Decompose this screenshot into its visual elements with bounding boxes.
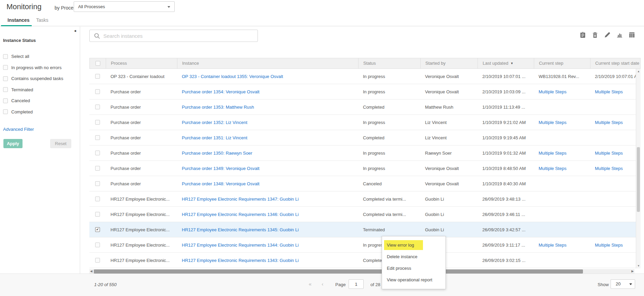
delete-trash-icon[interactable] [592, 32, 598, 38]
select-all-checkbox[interactable] [96, 61, 100, 66]
filter-checkbox[interactable] [3, 54, 8, 59]
column-header-instance[interactable]: Instance [177, 58, 358, 68]
multiple-steps-link[interactable]: Multiple Steps [595, 243, 623, 248]
table-row[interactable]: HR127 Employee Electronic...HR127 Employ… [89, 253, 641, 268]
filter-item-canceled[interactable]: Canceled [3, 98, 30, 103]
first-page-icon[interactable]: « [309, 281, 311, 287]
apply-button[interactable]: Apply [3, 139, 23, 148]
column-header-current-step[interactable]: Current step [534, 58, 590, 68]
scroll-down-icon[interactable]: ▼ [636, 264, 641, 267]
instance-link[interactable]: Purchase order 1352: Liz Vincent [182, 120, 247, 125]
instance-link[interactable]: HR127 Employee Electronic Requirements 1… [182, 197, 299, 202]
filter-item-select-all[interactable]: Select all [3, 54, 29, 59]
table-row[interactable]: Purchase orderPurchase order 1351: Liz V… [89, 130, 641, 145]
instance-link[interactable]: HR127 Employee Electronic Requirements 1… [182, 227, 299, 232]
multiple-steps-link[interactable]: Multiple Steps [539, 89, 567, 94]
filter-item-terminated[interactable]: Terminated [3, 87, 33, 92]
cell-process: HR127 Employee Electronic... [106, 243, 177, 248]
tab-bar: Instances Tasks [0, 15, 644, 26]
table-row[interactable]: HR127 Employee Electronic...HR127 Employ… [89, 207, 641, 222]
tab-tasks[interactable]: Tasks [36, 17, 48, 23]
instance-link[interactable]: HR127 Employee Electronic Requirements 1… [182, 212, 299, 217]
multiple-steps-link[interactable]: Multiple Steps [595, 151, 623, 156]
instance-link[interactable]: Purchase order 1350: Raewyn Soer [182, 151, 252, 156]
row-checkbox[interactable] [95, 166, 100, 171]
table-row[interactable]: Purchase orderPurchase order 1349: Veron… [89, 161, 641, 176]
instance-link[interactable]: Purchase order 1353: Matthew Rush [182, 105, 254, 110]
scroll-left-icon[interactable]: ◀ [90, 269, 92, 273]
search-input[interactable] [103, 30, 256, 42]
filter-checkbox[interactable] [3, 76, 8, 81]
table-row[interactable]: Purchase orderPurchase order 1352: Liz V… [89, 115, 641, 130]
report-bar-chart-icon[interactable] [616, 32, 623, 38]
instance-link[interactable]: Purchase order 1354: Veronique Osvalt [182, 89, 260, 94]
filter-item-in-progress-with-no-errors[interactable]: In progress with no errors [3, 65, 61, 70]
column-header-status[interactable]: Status [358, 58, 421, 68]
row-checkbox[interactable] [95, 120, 100, 125]
row-checkbox[interactable] [95, 105, 100, 109]
instance-link[interactable]: OP 323 - Container loadout 1355: Veroniq… [182, 74, 283, 79]
horizontal-scrollbar[interactable]: ◀ ▶ [89, 269, 634, 274]
horizontal-scrollbar-thumb[interactable] [94, 269, 583, 274]
multiple-steps-link[interactable]: Multiple Steps [539, 151, 567, 156]
multiple-steps-link[interactable]: Multiple Steps [595, 89, 623, 94]
row-checkbox[interactable] [95, 89, 100, 94]
vertical-scrollbar[interactable]: ▲ ▼ [636, 69, 641, 268]
process-filter-dropdown[interactable]: All Processes [74, 1, 175, 12]
table-row[interactable]: Purchase orderPurchase order 1354: Veron… [89, 84, 641, 99]
sidebar-collapse-icon[interactable]: ◂ [74, 28, 76, 33]
row-checkbox[interactable]: ✔ [95, 227, 100, 232]
instance-link[interactable]: Purchase order 1349: Veronique Osvalt [182, 166, 260, 171]
row-checkbox[interactable] [95, 258, 100, 263]
filter-checkbox[interactable] [3, 65, 8, 70]
filter-item-completed[interactable]: Completed [3, 109, 33, 114]
prev-page-icon[interactable]: ‹ [322, 281, 323, 287]
row-checkbox[interactable] [95, 151, 100, 155]
tab-instances[interactable]: Instances [8, 17, 30, 23]
instance-link[interactable]: HR127 Employee Electronic Requirements 1… [182, 258, 299, 263]
multiple-steps-link[interactable]: Multiple Steps [539, 243, 567, 248]
error-log-clipboard-icon[interactable] [580, 32, 586, 38]
menu-item-edit-process[interactable]: Edit process [382, 263, 445, 274]
row-checkbox[interactable] [95, 243, 100, 247]
row-checkbox[interactable] [95, 212, 100, 217]
multiple-steps-link[interactable]: Multiple Steps [595, 120, 623, 125]
row-checkbox[interactable] [95, 197, 100, 201]
table-row[interactable]: HR127 Employee Electronic...HR127 Employ… [89, 237, 641, 253]
multiple-steps-link[interactable]: Multiple Steps [539, 166, 567, 171]
column-header-current-step-start-date[interactable]: Current step start date [590, 58, 641, 68]
columns-icon[interactable] [629, 32, 635, 38]
row-checkbox[interactable] [95, 181, 100, 186]
row-checkbox[interactable] [95, 135, 100, 140]
edit-pencil-icon[interactable] [604, 32, 611, 38]
table-row[interactable]: Purchase orderPurchase order 1348: Veron… [89, 176, 641, 191]
table-row[interactable]: Purchase orderPurchase order 1350: Raewy… [89, 145, 641, 161]
table-row[interactable]: HR127 Employee Electronic...HR127 Employ… [89, 191, 641, 207]
reset-button[interactable]: Reset [50, 139, 71, 148]
scroll-right-icon[interactable]: ▶ [631, 269, 634, 273]
filter-item-contains-suspended-tasks[interactable]: Contains suspended tasks [3, 76, 63, 81]
scroll-up-icon[interactable]: ▲ [636, 70, 641, 73]
instance-link[interactable]: Purchase order 1351: Liz Vincent [182, 135, 247, 140]
advanced-filter-link[interactable]: Advanced Filter [3, 127, 34, 132]
filter-checkbox[interactable] [3, 109, 8, 114]
page-number-input[interactable] [349, 279, 364, 289]
menu-item-delete-instance[interactable]: Delete instance [382, 251, 445, 263]
multiple-steps-link[interactable]: Multiple Steps [539, 120, 567, 125]
table-row[interactable]: Purchase orderPurchase order 1353: Matth… [89, 99, 641, 115]
menu-item-view-operational-report[interactable]: View operational report [382, 274, 445, 286]
row-checkbox[interactable] [95, 74, 100, 79]
filter-checkbox[interactable] [3, 98, 8, 103]
filter-checkbox[interactable] [3, 87, 8, 92]
menu-item-view-error-log[interactable]: View error log [382, 239, 445, 251]
table-row[interactable]: ✔HR127 Employee Electronic...HR127 Emplo… [89, 222, 641, 237]
column-header-last-updated[interactable]: Last updated▼ [478, 58, 534, 68]
instance-link[interactable]: Purchase order 1348: Veronique Osvalt [182, 181, 260, 186]
multiple-steps-link[interactable]: Multiple Steps [595, 166, 623, 171]
instance-link[interactable]: HR127 Employee Electronic Requirements 1… [182, 243, 299, 248]
column-header-started-by[interactable]: Started by [421, 58, 478, 68]
page-size-dropdown[interactable]: 20 [611, 279, 635, 289]
table-row[interactable]: OP 323 - Container loadoutOP 323 - Conta… [89, 69, 641, 84]
column-header-process[interactable]: Process [106, 58, 177, 68]
vertical-scrollbar-thumb[interactable] [637, 147, 640, 212]
